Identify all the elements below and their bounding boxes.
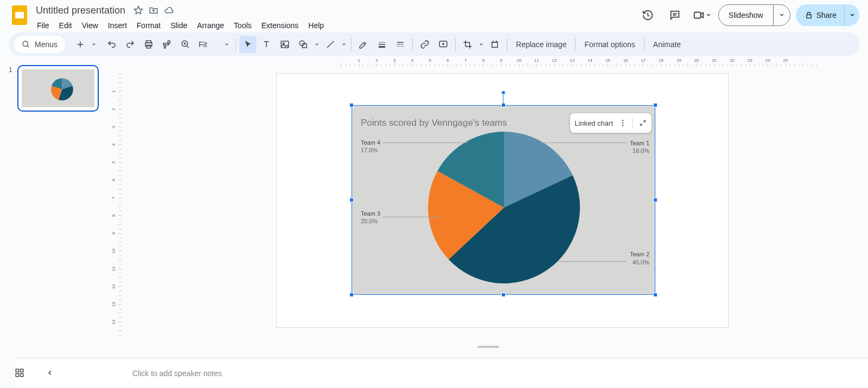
resize-handle[interactable] (653, 198, 658, 202)
menu-file[interactable]: File (33, 19, 54, 32)
menu-arrange[interactable]: Arrange (193, 19, 228, 32)
cloud-status-icon[interactable] (163, 5, 174, 16)
menu-help[interactable]: Help (304, 19, 328, 32)
menu-search-label: Menus (35, 40, 58, 49)
doc-title[interactable]: Untitled presentation (33, 4, 129, 17)
slides-logo[interactable] (9, 4, 30, 26)
resize-handle[interactable] (349, 103, 354, 107)
menu-tools[interactable]: Tools (229, 19, 256, 32)
select-tool[interactable] (239, 36, 257, 53)
svg-marker-6 (700, 12, 703, 17)
animate-button[interactable]: Animate (648, 36, 686, 53)
redo-button[interactable] (122, 36, 139, 53)
svg-text:9: 9 (500, 58, 503, 63)
menu-edit[interactable]: Edit (55, 19, 76, 32)
linked-chart-label[interactable]: Linked chart (575, 119, 613, 127)
crop-button[interactable] (459, 36, 476, 53)
format-options-button[interactable]: Format options (579, 36, 640, 53)
rotate-handle[interactable] (501, 90, 506, 95)
share-dropdown[interactable] (844, 4, 859, 26)
new-slide-dropdown[interactable] (90, 42, 98, 47)
speaker-notes[interactable]: Click to add speaker notes (15, 358, 868, 388)
svg-rect-251 (21, 369, 23, 372)
svg-rect-252 (16, 374, 18, 377)
resize-handle[interactable] (653, 103, 658, 107)
textbox-tool[interactable] (258, 36, 275, 53)
slideshow-button[interactable]: Slideshow (719, 5, 774, 25)
svg-text:9: 9 (111, 232, 116, 235)
print-button[interactable] (140, 36, 157, 53)
resize-handle[interactable] (501, 103, 506, 107)
svg-text:4: 4 (411, 58, 414, 63)
menu-insert[interactable]: Insert (104, 19, 131, 32)
notes-resize-handle[interactable] (477, 346, 499, 348)
undo-button[interactable] (103, 36, 120, 53)
menu-search[interactable]: Menus (14, 36, 65, 53)
comments-icon[interactable] (664, 4, 686, 26)
menu-extensions[interactable]: Extensions (257, 19, 303, 32)
leader-line (557, 261, 627, 262)
share-button[interactable]: Share (796, 4, 844, 26)
resize-handle[interactable] (349, 293, 354, 297)
paint-format-button[interactable] (158, 36, 176, 53)
svg-rect-1 (15, 12, 24, 18)
resize-handle[interactable] (349, 198, 354, 202)
image-tool[interactable] (276, 36, 293, 53)
svg-text:17: 17 (641, 58, 646, 63)
canvas-area[interactable]: 1234567891011121314151617181920212223242… (108, 56, 868, 388)
menu-view[interactable]: View (78, 19, 103, 32)
separator (351, 38, 352, 51)
svg-text:5: 5 (111, 161, 116, 164)
menu-slide[interactable]: Slide (166, 19, 192, 32)
svg-rect-7 (807, 15, 811, 18)
grid-view-icon[interactable] (12, 365, 27, 380)
version-history-icon[interactable] (637, 4, 659, 26)
meet-button[interactable] (691, 4, 713, 26)
border-color-button[interactable] (355, 36, 372, 53)
lock-icon (805, 11, 813, 20)
new-slide-button[interactable] (72, 36, 89, 53)
svg-text:10: 10 (111, 248, 116, 253)
slideshow-group: Slideshow (718, 4, 790, 26)
shape-dropdown[interactable] (313, 42, 321, 47)
line-dropdown[interactable] (340, 42, 348, 47)
zoom-button[interactable] (177, 36, 194, 53)
pie-label-team2: Team 2 45.0% (630, 250, 649, 266)
reset-image-button[interactable] (486, 36, 503, 53)
toolbar: Menus Fit Replace image Format options A… (9, 33, 859, 56)
svg-text:6: 6 (446, 58, 449, 63)
resize-handle[interactable] (653, 293, 658, 297)
border-dash-button[interactable] (392, 36, 409, 53)
resize-handle[interactable] (501, 293, 506, 297)
svg-text:8: 8 (111, 214, 116, 217)
ruler-horizontal: 1234567891011121314151617181920212223242… (277, 56, 857, 66)
line-tool[interactable] (322, 36, 339, 53)
svg-rect-21 (281, 41, 289, 48)
border-weight-button[interactable] (373, 36, 391, 53)
slide-thumbnail-1[interactable] (17, 65, 99, 112)
shape-tool[interactable] (295, 36, 312, 53)
svg-text:12: 12 (111, 284, 116, 289)
svg-text:18: 18 (659, 58, 663, 63)
unlink-icon[interactable] (639, 119, 647, 127)
separator (412, 38, 413, 51)
star-icon[interactable] (133, 5, 144, 16)
comment-button[interactable] (435, 36, 452, 53)
slideshow-dropdown[interactable] (774, 5, 790, 25)
move-icon[interactable] (148, 5, 159, 16)
svg-rect-35 (492, 42, 498, 47)
collapse-filmstrip-icon[interactable] (42, 365, 58, 380)
separator (507, 38, 507, 51)
more-options-icon[interactable] (618, 119, 627, 127)
replace-image-button[interactable]: Replace image (510, 36, 572, 53)
zoom-select[interactable]: Fit (195, 36, 232, 53)
chart-object-selected[interactable]: Points scored by Venngage's teams Team 1… (352, 105, 655, 295)
crop-dropdown[interactable] (477, 42, 485, 47)
linked-chart-popup: Linked chart (570, 113, 652, 133)
slide-canvas[interactable]: Points scored by Venngage's teams Team 1… (277, 74, 728, 327)
svg-text:8: 8 (482, 58, 485, 63)
menu-format[interactable]: Format (132, 19, 165, 32)
separator (575, 38, 576, 51)
link-button[interactable] (416, 36, 433, 53)
svg-text:7: 7 (464, 58, 467, 63)
